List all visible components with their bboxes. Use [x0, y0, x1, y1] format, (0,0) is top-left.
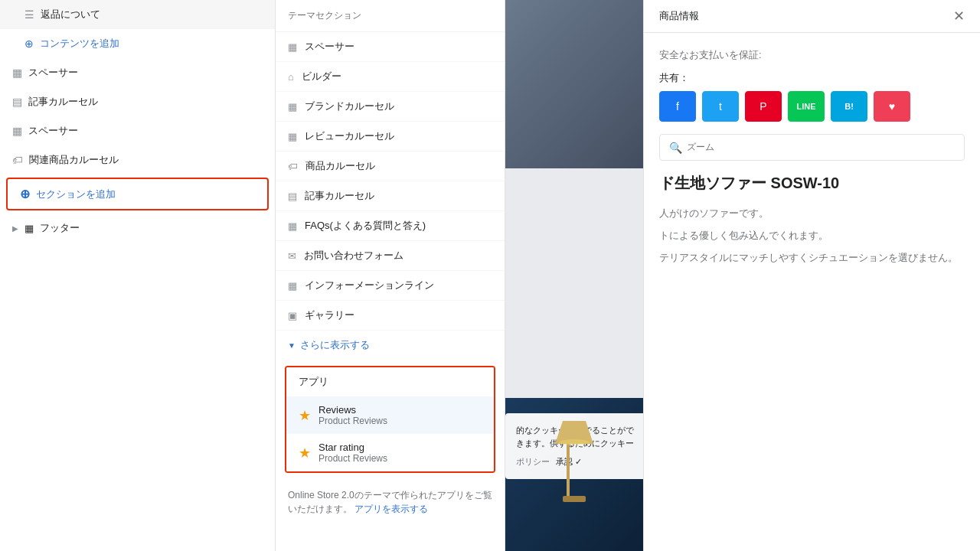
article-icon: ▤ — [12, 96, 22, 108]
plus-icon: ⊕ — [20, 187, 30, 201]
share-twitter[interactable]: t — [702, 91, 739, 122]
share-label: 共有： — [659, 71, 965, 85]
theme-section-header: テーマセクション — [276, 0, 505, 32]
svg-point-7 — [559, 439, 590, 445]
chevron-down-icon: ▼ — [288, 341, 296, 350]
theme-item-product-carousel[interactable]: 🏷 商品カルーセル — [276, 152, 505, 181]
sidebar-item-footer[interactable]: ▶ ▦ フッター — [0, 214, 275, 243]
theme-item-faqs[interactable]: ▦ FAQs(よくある質問と答え) — [276, 211, 505, 241]
payment-info: 安全なお支払いを保証: — [659, 48, 965, 62]
share-buttons: f t P LINE B! ♥ — [659, 91, 965, 122]
zoom-label: ズーム — [687, 141, 714, 154]
middle-panel: テーマセクション ▦ スペーサー ⌂ ビルダー ▦ ブランドカルーセル ▦ レビ… — [276, 0, 505, 551]
left-sidebar: ☰ 返品について ⊕ コンテンツを追加 ▦ スペーサー ▤ 記事カルーセル ▦ … — [0, 0, 276, 551]
star-icon-reviews: ★ — [299, 407, 311, 424]
product-desc-3: テリアスタイルにマッチしやすくシチュエーションを選びません。 — [659, 250, 965, 266]
sidebar-item-article-carousel[interactable]: ▤ 記事カルーセル — [0, 87, 275, 116]
grid-icon-ts: ▦ — [288, 41, 297, 53]
grid-icon-info: ▦ — [288, 280, 297, 292]
sidebar-item-returns[interactable]: ☰ 返品について — [0, 0, 275, 29]
share-hatena[interactable]: B! — [831, 91, 867, 122]
sidebar-item-related-carousel[interactable]: 🏷 関連商品カルーセル — [0, 145, 275, 174]
grid-icon-faqs: ▦ — [288, 220, 297, 232]
tag-icon-product: 🏷 — [288, 161, 298, 172]
app-section: アプリ ★ Reviews Product Reviews ★ Star rat… — [285, 366, 495, 473]
app-item-reviews[interactable]: ★ Reviews Product Reviews — [286, 396, 494, 434]
theme-item-review-carousel[interactable]: ▦ レビューカルーセル — [276, 122, 505, 152]
svg-rect-4 — [567, 444, 570, 497]
share-pocket[interactable]: ♥ — [874, 91, 910, 122]
share-pinterest[interactable]: P — [745, 91, 782, 122]
app-item-reviews-text: Reviews Product Reviews — [318, 404, 387, 426]
chevron-right-icon: ▶ — [12, 224, 18, 233]
sidebar-item-spacer1[interactable]: ▦ スペーサー — [0, 58, 275, 87]
main-content: 的なクッキー通知でることができます。供するためにクッキー ポリシー 承認 ✓ — [505, 0, 980, 551]
product-desc-2: トによる優しく包み込んでくれます。 — [659, 228, 965, 244]
grid-icon-2: ▦ — [12, 125, 22, 137]
theme-item-article-carousel[interactable]: ▤ 記事カルーセル — [276, 181, 505, 211]
plus-circle-icon: ⊕ — [24, 37, 34, 50]
add-section-button[interactable]: ⊕ セクションを追加 — [6, 178, 269, 210]
product-desc-1: 人がけのソファーです。 — [659, 206, 965, 222]
lamp-decoration — [551, 406, 597, 507]
bottom-dark-area: 的なクッキー通知でることができます。供するためにクッキー ポリシー 承認 ✓ — [505, 398, 643, 551]
theme-item-contact[interactable]: ✉ お問い合わせフォーム — [276, 241, 505, 271]
sidebar-item-spacer2[interactable]: ▦ スペーサー — [0, 116, 275, 145]
right-panel-content: 安全なお支払いを保証: 共有： f t P LINE B! ♥ 🔍 ズーム — [644, 33, 980, 287]
house-icon: ⌂ — [288, 71, 294, 83]
theme-item-spacer[interactable]: ▦ スペーサー — [276, 32, 505, 62]
star-icon-rating: ★ — [299, 445, 311, 461]
right-panel-header: 商品情報 ✕ — [644, 0, 980, 33]
grid-icon-footer: ▦ — [24, 223, 34, 234]
tag-icon: 🏷 — [12, 154, 23, 166]
theme-item-gallery[interactable]: ▣ ギャラリー — [276, 301, 505, 331]
svg-rect-6 — [563, 496, 586, 502]
policy-link[interactable]: ポリシー — [516, 455, 550, 468]
right-panel-title: 商品情報 — [659, 9, 699, 23]
app-item-star-text: Star rating Product Reviews — [318, 442, 387, 464]
theme-item-info-line[interactable]: ▦ インフォーメーションライン — [276, 271, 505, 301]
preview-area: 的なクッキー通知でることができます。供するためにクッキー ポリシー 承認 ✓ — [505, 0, 980, 551]
theme-item-brand-carousel[interactable]: ▦ ブランドカルーセル — [276, 92, 505, 122]
app-display-link[interactable]: アプリを表示する — [354, 504, 428, 514]
app-item-star-rating[interactable]: ★ Star rating Product Reviews — [286, 434, 494, 471]
preview-background: 的なクッキー通知でることができます。供するためにクッキー ポリシー 承認 ✓ — [505, 0, 980, 551]
online-store-note: Online Store 2.0のテーマで作られたアプリをご覧いただけます。 ア… — [276, 479, 505, 525]
image-icon: ▣ — [288, 310, 297, 321]
product-title: ド生地ソファー SOSW-10 — [659, 173, 965, 194]
zoom-icon: 🔍 — [669, 142, 682, 154]
zoom-area[interactable]: 🔍 ズーム — [659, 134, 965, 161]
close-button[interactable]: ✕ — [953, 9, 965, 23]
article-icon-mid: ▤ — [288, 191, 297, 202]
share-facebook[interactable]: f — [659, 91, 696, 122]
mail-icon: ✉ — [288, 250, 296, 262]
app-section-header: アプリ — [286, 367, 494, 396]
grid-icon-brand: ▦ — [288, 101, 297, 112]
sidebar-section: ☰ 返品について ⊕ コンテンツを追加 ▦ スペーサー ▤ 記事カルーセル ▦ … — [0, 0, 275, 243]
sidebar-item-add-content[interactable]: ⊕ コンテンツを追加 — [0, 29, 275, 58]
grid-icon: ▦ — [12, 67, 22, 79]
show-more-button[interactable]: ▼ さらに表示する — [276, 331, 505, 360]
right-panel: 商品情報 ✕ 安全なお支払いを保証: 共有： f t P LINE B! ♥ — [643, 0, 980, 551]
theme-item-builder[interactable]: ⌂ ビルダー — [276, 62, 505, 92]
share-line[interactable]: LINE — [788, 91, 825, 122]
menu-icon: ☰ — [24, 8, 34, 21]
grid-icon-review: ▦ — [288, 131, 297, 142]
